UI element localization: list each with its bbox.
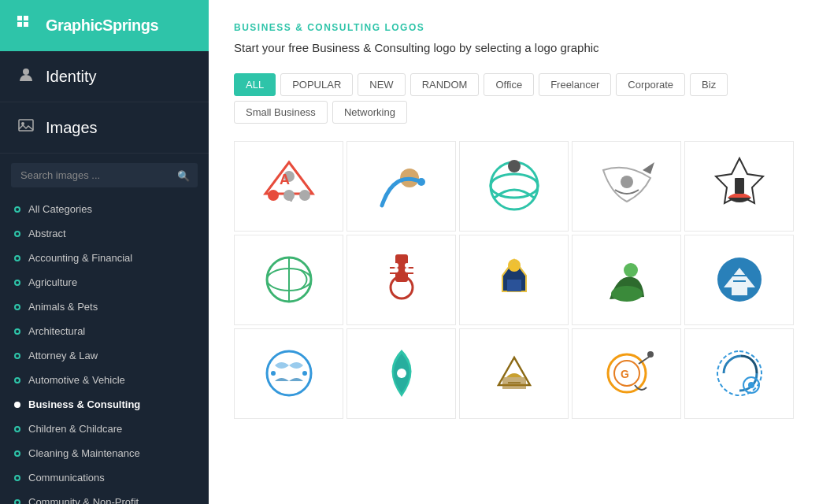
cat-dot <box>14 328 20 335</box>
svg-rect-1 <box>24 16 28 20</box>
filter-btn-networking[interactable]: Networking <box>332 101 407 124</box>
svg-rect-32 <box>507 280 521 291</box>
svg-point-33 <box>624 263 638 277</box>
category-label: Cleaning & Maintenance <box>28 447 140 459</box>
category-label: Communications <box>28 472 105 484</box>
svg-point-8 <box>268 190 279 201</box>
svg-text:V: V <box>287 191 295 204</box>
category-item-abstract[interactable]: Abstract <box>0 221 209 246</box>
nav-images[interactable]: Images <box>0 102 209 154</box>
category-item-agriculture[interactable]: Agriculture <box>0 270 209 295</box>
svg-text:A: A <box>280 172 290 187</box>
category-label: Abstract <box>28 228 66 239</box>
category-list: All CategoriesAbstractAccounting & Finan… <box>0 197 209 504</box>
logo-card[interactable] <box>572 141 681 232</box>
logo-text: GraphicSprings <box>46 17 158 35</box>
main-panel: BUSINESS & CONSULTING LOGOS Start your f… <box>209 0 819 504</box>
category-label: Agriculture <box>28 276 77 288</box>
svg-rect-20 <box>735 178 744 194</box>
category-label: Accounting & Financial <box>28 252 132 264</box>
category-label: Automotive & Vehicle <box>28 374 125 386</box>
category-item-communications[interactable]: Communications <box>0 465 209 490</box>
cat-dot <box>14 304 20 310</box>
nav-images-label: Images <box>46 119 98 137</box>
svg-point-29 <box>394 263 398 268</box>
category-label: Attorney & Law <box>28 350 98 361</box>
category-item-children[interactable]: Children & Childcare <box>0 417 209 441</box>
svg-point-41 <box>397 369 406 378</box>
svg-point-28 <box>405 268 410 272</box>
logo-card[interactable] <box>684 328 794 419</box>
svg-point-4 <box>23 69 29 75</box>
cat-dot <box>14 402 20 408</box>
category-label: All Categories <box>28 203 92 215</box>
logo-card[interactable] <box>346 141 456 232</box>
svg-text:G: G <box>621 368 629 380</box>
identity-icon <box>17 65 35 87</box>
svg-point-15 <box>417 178 425 186</box>
logo-card[interactable] <box>459 235 569 325</box>
logo-card[interactable] <box>572 235 681 325</box>
logo-card[interactable] <box>234 328 343 419</box>
svg-point-27 <box>394 268 398 272</box>
images-icon <box>17 117 35 139</box>
logo-grid: A V <box>234 141 794 419</box>
category-item-all[interactable]: All Categories <box>0 197 209 221</box>
svg-point-18 <box>508 160 521 172</box>
logo-card[interactable] <box>459 328 569 419</box>
logo-card[interactable] <box>684 235 794 325</box>
filter-btn-freelancer[interactable]: Freelancer <box>539 73 611 96</box>
logo-card[interactable]: G <box>572 328 681 419</box>
cat-dot <box>14 231 20 237</box>
logo-card[interactable] <box>234 235 343 325</box>
filter-btn-office[interactable]: Office <box>484 73 534 96</box>
nav-identity[interactable]: Identity <box>0 51 209 102</box>
logo-card[interactable] <box>684 141 794 232</box>
filter-btn-popular[interactable]: POPULAR <box>280 73 353 96</box>
logo-card[interactable] <box>459 141 569 232</box>
logo-card[interactable] <box>346 328 456 419</box>
category-item-animals[interactable]: Animals & Pets <box>0 295 209 319</box>
cat-dot <box>14 206 20 213</box>
cat-dot <box>14 353 20 359</box>
svg-rect-0 <box>17 16 22 20</box>
cat-dot <box>14 280 20 286</box>
filter-btn-biz[interactable]: Biz <box>690 73 728 96</box>
section-title: BUSINESS & CONSULTING LOGOS <box>234 22 794 33</box>
filter-btn-smallbusiness[interactable]: Small Business <box>234 101 328 124</box>
filter-btn-random[interactable]: RANDOM <box>410 73 480 96</box>
search-input[interactable] <box>11 163 198 187</box>
svg-rect-2 <box>17 22 22 27</box>
section-subtitle: Start your free Business & Consulting lo… <box>234 39 794 57</box>
sidebar-logo[interactable]: GraphicSprings <box>0 0 209 51</box>
svg-point-49 <box>748 382 754 388</box>
cat-dot <box>14 499 20 505</box>
filter-btn-corporate[interactable]: Corporate <box>616 73 685 96</box>
cat-dot <box>14 255 20 261</box>
logo-icon <box>16 13 38 39</box>
search-container: 🔍 <box>11 163 198 187</box>
logo-card[interactable]: A V <box>234 141 343 232</box>
filter-bar: ALLPOPULARNEWRANDOMOfficeFreelancerCorpo… <box>234 73 794 124</box>
cat-dot <box>14 450 20 457</box>
svg-point-10 <box>299 190 310 201</box>
svg-point-46 <box>647 351 654 358</box>
category-item-business[interactable]: Business & Consulting <box>0 392 209 417</box>
category-label: Architectural <box>28 325 85 337</box>
nav-identity-label: Identity <box>46 68 96 86</box>
svg-point-39 <box>271 371 276 376</box>
category-label: Business & Consulting <box>28 398 140 410</box>
category-item-architectural[interactable]: Architectural <box>0 319 209 343</box>
category-item-automotive[interactable]: Automotive & Vehicle <box>0 368 209 392</box>
category-item-accounting[interactable]: Accounting & Financial <box>0 246 209 270</box>
category-item-cleaning[interactable]: Cleaning & Maintenance <box>0 441 209 465</box>
category-item-community[interactable]: Community & Non-Profit <box>0 490 209 504</box>
logo-card[interactable] <box>346 235 456 325</box>
svg-rect-3 <box>24 22 28 27</box>
category-item-attorney[interactable]: Attorney & Law <box>0 343 209 368</box>
category-label: Animals & Pets <box>28 301 98 313</box>
svg-point-34 <box>611 286 643 302</box>
filter-btn-all[interactable]: ALL <box>234 73 276 96</box>
cat-dot <box>14 426 20 432</box>
filter-btn-new[interactable]: NEW <box>358 73 405 96</box>
